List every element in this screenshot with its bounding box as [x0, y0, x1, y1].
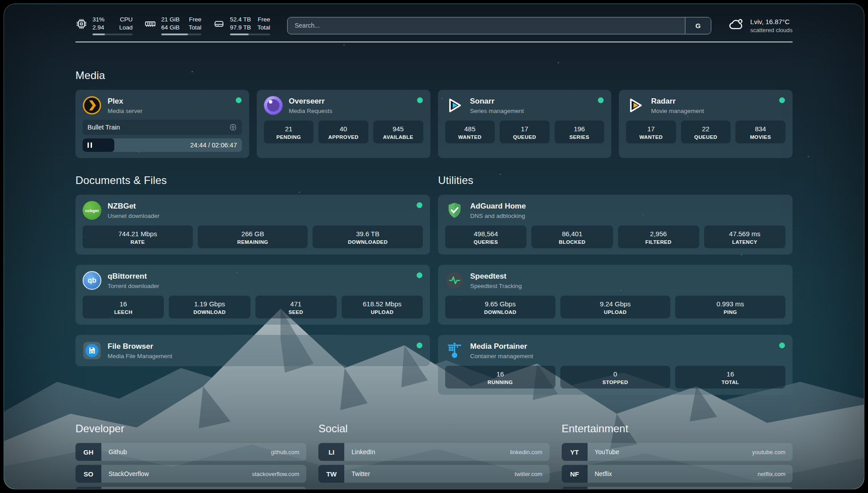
stat-box: 618.52 MbpsUPLOAD [342, 296, 423, 318]
disk-free-label: Free [258, 16, 270, 24]
bookmark-row-linkedin[interactable]: LI LinkedIn linkedin.com [318, 443, 549, 461]
stat-value: 744.21 Mbps [84, 230, 191, 238]
service-desc: Series management [470, 107, 524, 115]
service-name: NZBGet [108, 201, 159, 211]
stat-box: 2,956FILTERED [618, 226, 699, 248]
ram-total-label: Total [188, 24, 201, 32]
bookmark-row-reddit[interactable]: RE Reddit reddit.com [562, 487, 793, 489]
stat-box: 834MOVIES [735, 121, 785, 143]
stat-label: FILTERED [620, 239, 697, 245]
bookmark-url: reddit.com [758, 487, 793, 489]
status-dot [236, 97, 242, 103]
service-name: AdGuard Home [470, 201, 526, 211]
stat-label: RATE [84, 239, 191, 245]
status-dot [417, 343, 422, 348]
service-name: Media Portainer [470, 342, 533, 351]
stat-box: 1.19 GbpsDOWNLOAD [169, 296, 250, 318]
stat-value: 16 [677, 370, 784, 378]
bookmark-row-stackoverflow[interactable]: SO StackOverflow stackoverflow.com [75, 465, 306, 483]
service-card-radarr[interactable]: Radarr Movie management 17WANTED 22QUEUE… [619, 90, 793, 158]
disk-free-value: 52.4 TB [230, 16, 251, 24]
stat-value: 16 [447, 370, 554, 378]
bookmark-url: dev.to [284, 487, 306, 489]
sonarr-logo-icon [445, 96, 464, 115]
service-card-filebrowser[interactable]: File Browser Media File Management [75, 335, 430, 366]
service-card-overseerr[interactable]: Overseerr Media Requests 21PENDING 40APP… [257, 90, 430, 158]
radarr-logo-icon [626, 96, 645, 115]
bookmark-name: Netflix [588, 465, 758, 483]
service-card-nzbget[interactable]: nzbget NZBGet Usenet downloader 744.21 M… [75, 195, 430, 255]
bookmark-row-youtube[interactable]: YT YouTube youtube.com [562, 443, 793, 461]
stat-label: QUEUED [683, 134, 729, 140]
bookmark-url: youtube.com [752, 443, 793, 461]
bookmark-row-github[interactable]: GH Github github.com [75, 443, 306, 461]
ram-free-label: Free [189, 16, 201, 24]
disk-icon [213, 18, 225, 30]
ram-total-value: 64 GiB [161, 24, 179, 32]
service-card-sonarr[interactable]: Sonarr Series management 485WANTED 17QUE… [438, 90, 612, 158]
stat-label: TOTAL [677, 380, 784, 385]
adguard-logo-icon [445, 201, 464, 220]
dashboard-frame: 31%CPU 2.94Load 21 GiBFree 64 GiBTotal [4, 4, 864, 489]
stat-box: 47.569 msLATENCY [704, 226, 785, 248]
stat-value: 266 GB [200, 230, 306, 238]
stat-box: 945AVAILABLE [373, 121, 423, 143]
bookmark-row-dev[interactable]: DT DEV dev.to [75, 487, 306, 489]
cpu-resource-widget: 31%CPU 2.94Load [75, 16, 133, 35]
service-name: Radarr [651, 96, 704, 106]
service-name: Overseerr [289, 96, 333, 106]
cpu-load-value: 2.94 [92, 24, 104, 32]
service-desc: Usenet downloader [108, 212, 159, 220]
stat-value: 834 [737, 125, 784, 133]
stat-value: 47.569 ms [706, 230, 784, 238]
stat-label: SERIES [556, 134, 603, 140]
search-input[interactable] [287, 17, 711, 34]
bookmark-url: twitter.com [515, 465, 550, 483]
bookmark-name: Twitter [344, 465, 514, 483]
stat-label: QUEUED [501, 134, 548, 140]
service-card-portainer[interactable]: Media Portainer Container management 16R… [438, 335, 793, 395]
transcode-icon [229, 123, 237, 131]
cpu-label: CPU [120, 16, 133, 24]
qbittorrent-logo-icon: qb [83, 271, 101, 290]
stat-value: 196 [556, 125, 603, 133]
ram-progress-bar [161, 33, 201, 35]
cpu-load-label: Load [119, 24, 133, 32]
media-card-row: Plex Media server Bullet Train 24:44 / 0… [75, 90, 793, 158]
bookmark-row-twitter[interactable]: TW Twitter twitter.com [318, 465, 549, 483]
stat-box: 17WANTED [626, 121, 676, 143]
service-card-plex[interactable]: Plex Media server Bullet Train 24:44 / 0… [75, 90, 249, 158]
stat-box: 17QUEUED [500, 121, 550, 143]
service-card-qbittorrent[interactable]: qb qBittorrent Torrent downloader 16LEEC… [75, 265, 430, 325]
stat-label: APPROVED [320, 134, 367, 140]
cpu-usage-value: 31% [92, 16, 104, 24]
ram-progress-fill [161, 33, 188, 35]
filebrowser-logo-icon [83, 341, 101, 360]
section-title-entertainment: Entertainment [562, 422, 793, 435]
now-playing-row: Bullet Train [83, 120, 242, 135]
service-card-adguard[interactable]: AdGuard Home DNS and adblocking 498,564Q… [438, 195, 793, 255]
bookmark-row-netflix[interactable]: NF Netflix netflix.com [562, 465, 793, 483]
status-dot [417, 97, 423, 103]
cloud-icon [728, 17, 744, 34]
stat-value: 9.65 Gbps [447, 300, 554, 308]
bookmark-abbr: NF [562, 465, 588, 483]
stat-value: 9.24 Gbps [562, 300, 669, 308]
stat-value: 86,401 [533, 230, 611, 238]
bookmark-abbr: LI [318, 443, 344, 461]
weather-condition: scattered clouds [750, 26, 793, 34]
header-divider [75, 42, 793, 42]
weather-location-temp: Lviv, 16.87°C [750, 17, 793, 26]
stat-label: RUNNING [447, 380, 554, 385]
service-name: Plex [108, 96, 142, 106]
service-desc: Torrent downloader [108, 282, 159, 290]
stat-box: 498,564QUERIES [445, 226, 526, 248]
stat-box: 744.21 MbpsRATE [83, 226, 193, 248]
service-card-speedtest[interactable]: Speedtest Speedtest Tracking 9.65 GbpsDO… [438, 265, 793, 325]
service-desc: Media Requests [289, 107, 333, 115]
google-search-button[interactable]: G [685, 17, 711, 33]
stat-value: 39.6 TB [314, 230, 421, 238]
stat-box: 39.6 TBDOWNLOADED [313, 226, 423, 248]
disk-progress-fill [230, 33, 249, 35]
stat-label: WANTED [628, 134, 674, 140]
